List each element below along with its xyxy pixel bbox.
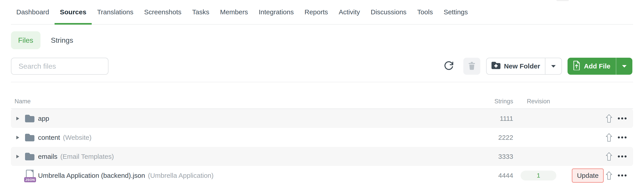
upload-translations-button[interactable] xyxy=(605,113,613,124)
folder-icon xyxy=(25,153,34,160)
nav-label: Sources xyxy=(60,8,86,16)
column-header-strings: Strings xyxy=(494,98,513,105)
revision-badge[interactable]: 1 xyxy=(520,171,556,180)
new-folder-label: New Folder xyxy=(504,62,540,70)
nav-item-dashboard[interactable]: Dashboard xyxy=(11,0,54,24)
upload-arrow-icon xyxy=(606,133,612,142)
nav-item-tasks[interactable]: Tasks xyxy=(187,0,215,24)
expand-caret-icon[interactable] xyxy=(16,155,19,158)
folder-name: content(Website) xyxy=(38,134,92,141)
refresh-button[interactable] xyxy=(440,58,457,75)
upload-arrow-icon xyxy=(606,114,612,123)
active-tab-underline xyxy=(54,23,92,24)
folder-name: emails(Email Templates) xyxy=(38,153,114,160)
update-button[interactable]: Update xyxy=(572,168,604,183)
table-row-folder-emails[interactable]: emails(Email Templates) 3333 xyxy=(11,147,633,166)
nav-label: Members xyxy=(220,8,248,16)
add-file-button-group: Add File xyxy=(568,58,632,75)
chevron-down-icon xyxy=(551,65,556,68)
nav-item-sources[interactable]: Sources xyxy=(54,0,92,24)
refresh-icon xyxy=(444,60,454,72)
folder-name: app xyxy=(38,115,49,122)
trash-icon xyxy=(467,61,476,71)
nav-label: Integrations xyxy=(259,8,294,16)
toolbar-divider xyxy=(11,82,633,82)
json-file-icon: JSON xyxy=(25,169,35,182)
file-note: (Umbrella Application) xyxy=(148,172,214,179)
nav-item-discussions[interactable]: Discussions xyxy=(366,0,412,24)
add-file-button[interactable]: Add File xyxy=(568,58,616,75)
strings-count: 4444 xyxy=(498,172,513,179)
table-row-folder-content[interactable]: content(Website) 2222 xyxy=(11,128,633,147)
nav-item-tools[interactable]: Tools xyxy=(412,0,438,24)
upload-translations-button[interactable] xyxy=(605,132,613,143)
nav-label: Settings xyxy=(444,8,468,16)
ellipsis-icon xyxy=(618,118,620,120)
nav-item-members[interactable]: Members xyxy=(215,0,253,24)
delete-button[interactable] xyxy=(463,58,480,75)
json-badge: JSON xyxy=(24,177,36,182)
ellipsis-icon xyxy=(618,174,620,176)
new-folder-button[interactable]: New Folder xyxy=(486,58,545,74)
folder-icon xyxy=(25,134,34,141)
more-actions-button[interactable] xyxy=(616,113,628,124)
strings-count: 2222 xyxy=(498,134,513,141)
folder-icon xyxy=(25,115,34,122)
nav-label: Reports xyxy=(304,8,328,16)
nav-item-screenshots[interactable]: Screenshots xyxy=(139,0,187,24)
nav-label: Tools xyxy=(417,8,433,16)
view-toggle: Files Strings xyxy=(11,31,73,49)
nav-label: Translations xyxy=(97,8,133,16)
new-folder-button-group: New Folder xyxy=(486,58,562,75)
strings-count: 3333 xyxy=(498,153,513,160)
nav-item-integrations[interactable]: Integrations xyxy=(253,0,299,24)
ellipsis-icon xyxy=(618,136,620,138)
folder-note: (Website) xyxy=(63,134,92,141)
folder-plus-icon xyxy=(492,62,500,71)
search-input[interactable] xyxy=(11,58,108,75)
nav-label: Tasks xyxy=(192,8,209,16)
nav-label: Dashboard xyxy=(16,8,49,16)
new-folder-dropdown-button[interactable] xyxy=(545,58,562,74)
nav-item-translations[interactable]: Translations xyxy=(92,0,139,24)
table-header-row: Name Strings Revision xyxy=(11,94,633,109)
nav-item-activity[interactable]: Activity xyxy=(334,0,366,24)
project-nav: Dashboard Sources Translations Screensho… xyxy=(11,0,633,24)
folder-note: (Email Templates) xyxy=(60,153,114,160)
nav-item-reports[interactable]: Reports xyxy=(299,0,334,24)
toggle-strings[interactable]: Strings xyxy=(51,31,73,49)
file-name: Umbrella Application (backend).json(Umbr… xyxy=(38,172,214,179)
table-row-folder-app[interactable]: app 1111 xyxy=(11,109,633,128)
add-file-label: Add File xyxy=(584,62,610,70)
add-file-dropdown-button[interactable] xyxy=(616,58,632,75)
more-actions-button[interactable] xyxy=(616,170,628,181)
nav-label: Discussions xyxy=(371,8,406,16)
nav-item-settings[interactable]: Settings xyxy=(438,0,473,24)
upload-translations-button[interactable] xyxy=(605,151,613,162)
column-header-name: Name xyxy=(14,98,31,105)
files-table: Name Strings Revision app 1111 content(W… xyxy=(11,94,633,185)
more-actions-button[interactable] xyxy=(616,151,628,162)
expand-caret-icon[interactable] xyxy=(16,117,19,120)
expand-caret-icon[interactable] xyxy=(16,136,19,139)
strings-count: 1111 xyxy=(500,115,513,122)
column-header-revision: Revision xyxy=(520,98,556,105)
more-actions-button[interactable] xyxy=(616,132,628,143)
upload-arrow-icon xyxy=(606,171,612,180)
upload-arrow-icon xyxy=(606,152,612,161)
upload-translations-button[interactable] xyxy=(605,170,613,181)
file-upload-icon xyxy=(573,60,580,72)
table-row-file-umbrella-json[interactable]: JSON Umbrella Application (backend).json… xyxy=(11,166,633,185)
ellipsis-icon xyxy=(618,156,620,158)
nav-label: Screenshots xyxy=(144,8,181,16)
nav-label: Activity xyxy=(339,8,360,16)
chevron-down-icon xyxy=(622,65,626,68)
toggle-files[interactable]: Files xyxy=(11,31,40,49)
